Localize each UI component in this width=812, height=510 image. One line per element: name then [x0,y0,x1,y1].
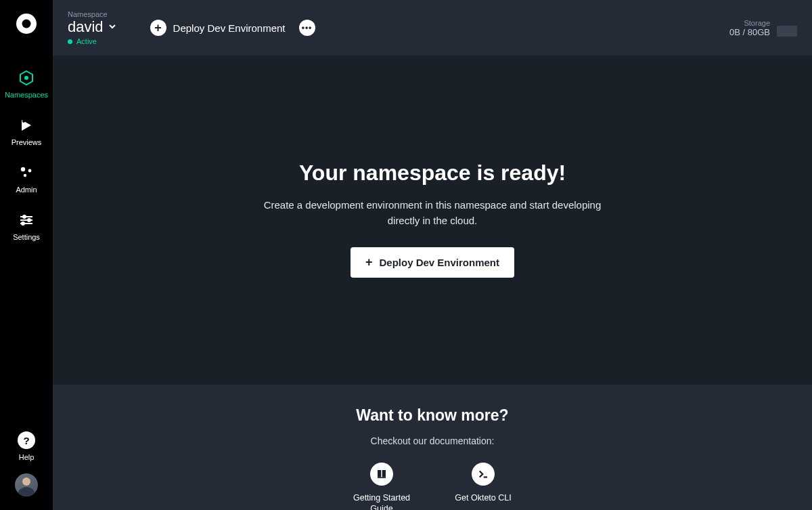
chevron-down-icon [108,21,116,33]
settings-icon [18,211,35,229]
help-icon: ? [18,431,35,449]
getting-started-link[interactable]: Getting Started Guide [351,463,412,510]
svg-point-6 [28,169,32,173]
content: Your namespace is ready! Create a develo… [53,56,812,510]
deploy-dev-environment-main-button[interactable]: + Deploy Dev Environment [351,247,514,278]
admin-icon [18,164,35,182]
storage-bar [777,26,797,37]
know-more-section: Want to know more? Checkout our document… [53,385,812,510]
svg-rect-14 [378,477,386,479]
sidebar-item-help[interactable]: ? Help [0,431,53,473]
know-more-subtitle: Checkout our documentation: [53,435,812,446]
sidebar-item-admin[interactable]: Admin [0,157,53,205]
topbar: Namespace david Active + Deploy Dev Envi… [53,0,812,56]
app-logo [15,12,38,35]
svg-point-1 [22,20,31,28]
avatar[interactable] [15,473,38,496]
svg-point-5 [21,167,25,171]
sidebar-item-previews[interactable]: Previews [0,110,53,157]
svg-point-11 [28,219,30,221]
sidebar: Namespaces Previews Admin Settings [0,0,53,510]
namespaces-icon [18,69,35,87]
sidebar-item-settings[interactable]: Settings [0,205,53,252]
sidebar-item-namespaces[interactable]: Namespaces [0,62,53,110]
sidebar-item-label: Help [19,453,35,461]
plus-icon: + [365,255,373,270]
previews-icon [18,116,35,134]
sidebar-item-label: Admin [16,186,37,194]
svg-point-4 [22,120,25,123]
plus-icon: + [150,20,166,36]
hero-section: Your namespace is ready! Create a develo… [53,56,812,278]
book-icon [370,463,393,486]
sidebar-item-label: Namespaces [5,91,48,99]
know-more-title: Want to know more? [53,406,812,425]
status-dot-icon [68,39,72,44]
get-cli-link[interactable]: Get Okteto CLI [453,463,514,510]
main-area: Namespace david Active + Deploy Dev Envi… [53,0,812,510]
namespace-selector[interactable]: Namespace david Active [68,10,116,45]
deploy-dev-environment-button[interactable]: + Deploy Dev Environment [150,20,286,36]
hero-title: Your namespace is ready! [53,161,812,186]
ellipsis-icon: ••• [302,23,313,33]
svg-point-7 [24,174,26,177]
storage-display: Storage 0B / 80GB [729,19,770,37]
sidebar-item-label: Previews [12,138,42,146]
namespace-label: Namespace [68,10,116,18]
hero-subtitle: Create a development environment in this… [263,198,602,228]
namespace-status: Active [68,37,116,45]
more-options-button[interactable]: ••• [299,20,315,36]
svg-point-9 [23,215,26,218]
svg-point-3 [24,76,28,80]
svg-point-13 [22,222,24,225]
namespace-name: david [68,18,104,36]
sidebar-item-label: Settings [13,233,40,241]
terminal-icon [472,463,495,486]
